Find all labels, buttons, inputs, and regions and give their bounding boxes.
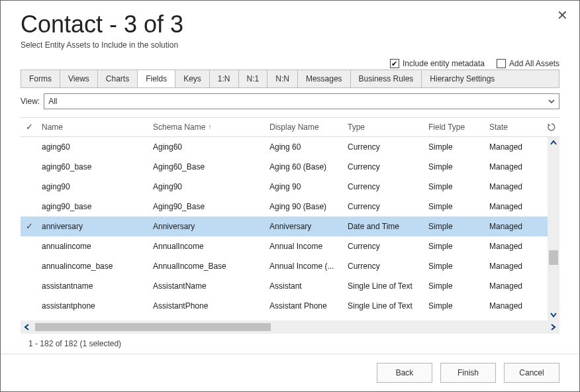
table-row[interactable]: ✓anniversaryAnniversaryAnniversaryDate a… [21,217,559,236]
column-header-type[interactable]: Type [344,122,424,132]
table-row[interactable]: annualincome_baseAnnualIncome_BaseAnnual… [21,256,559,276]
dialog-footer: Back Finish Cancel [1,354,579,391]
tab-charts[interactable]: Charts [98,70,138,87]
cell-display-name: Assistant [266,281,344,291]
cell-field-type: Simple [424,262,485,271]
chevron-down-icon[interactable] [548,309,559,320]
column-header-name[interactable]: Name [38,122,149,132]
dialog-content: Contact - 3 of 3 Select Entity Assets to… [1,1,579,354]
table-row[interactable]: aging60Aging60Aging 60CurrencySimpleMana… [21,137,559,157]
select-all-checkbox[interactable]: ✓ [21,122,38,131]
tab-messages[interactable]: Messages [298,70,351,87]
cell-schema-name: Aging90_Base [149,202,266,211]
row-checkbox[interactable]: ✓ [21,222,38,230]
cell-display-name: Annual Income [266,242,344,251]
vertical-scrollbar[interactable] [548,137,559,320]
tab-business-rules[interactable]: Business Rules [351,70,422,87]
hscroll-track[interactable] [34,322,546,332]
hscroll-thumb[interactable] [35,323,271,331]
fields-grid: ✓ Name Schema Name ↑ Display Name Type F… [21,117,559,354]
cell-field-type: Simple [424,142,485,152]
grid-rows: aging60Aging60Aging 60CurrencySimpleMana… [21,137,559,316]
cell-type: Currency [344,262,424,271]
grid-status: 1 - 182 of 182 (1 selected) [21,334,559,354]
tab-1-n[interactable]: 1:N [210,70,239,87]
cell-schema-name: Anniversary [149,222,266,231]
chevron-left-icon[interactable] [21,320,34,334]
table-row[interactable]: assistantnameAssistantNameAssistantSingl… [21,276,559,296]
cell-schema-name: AnnualIncome [149,242,266,251]
cell-display-name: Aging 60 (Base) [266,162,344,172]
scrollbar-thumb[interactable] [549,250,558,265]
options-row: ✔ Include entity metadata Add All Assets [390,59,559,68]
chevron-down-icon [547,97,556,106]
table-row[interactable]: annualincomeAnnualIncomeAnnual IncomeCur… [21,236,559,256]
table-row[interactable]: aging90_baseAging90_BaseAging 90 (Base)C… [21,197,559,217]
refresh-icon[interactable] [544,122,559,132]
cell-type: Currency [344,142,424,152]
page-subtitle: Select Entity Assets to Include in the s… [21,40,559,50]
cell-name: annualincome [38,242,149,251]
view-select-value: All [48,97,57,106]
cell-type: Currency [344,202,424,211]
cell-schema-name: AssistantName [149,281,266,291]
cell-type: Single Line of Text [344,301,424,311]
tab-n-1[interactable]: N:1 [239,70,268,87]
column-header-display-name[interactable]: Display Name [266,122,344,132]
cell-display-name: Assistant Phone [266,301,344,311]
view-select[interactable]: All [44,93,559,109]
tab-strip: FormsViewsChartsFieldsKeys1:NN:1N:NMessa… [21,70,559,88]
view-label: View: [21,97,40,106]
tab-fields[interactable]: Fields [138,70,175,87]
finish-button[interactable]: Finish [440,363,496,383]
back-button[interactable]: Back [377,363,432,383]
cell-name: annualincome_base [38,262,149,271]
cell-name: assistantphone [38,301,149,311]
add-all-assets-checkbox[interactable]: Add All Assets [497,59,559,68]
horizontal-scrollbar[interactable] [21,320,559,334]
cell-display-name: Annual Income (... [266,262,344,271]
cell-schema-name: AssistantPhone [149,301,266,311]
cell-field-type: Simple [424,182,485,191]
checkbox-icon: ✔ [390,59,399,68]
dialog-contact-assets: ✕ Contact - 3 of 3 Select Entity Assets … [0,0,580,392]
cell-name: aging60_base [38,162,149,172]
column-header-field-type[interactable]: Field Type [424,122,485,132]
column-header-schema-name[interactable]: Schema Name ↑ [149,122,266,132]
cell-field-type: Simple [424,301,485,311]
checkbox-icon [497,59,506,68]
cell-schema-name: AnnualIncome_Base [149,262,266,271]
cell-field-type: Simple [424,281,485,291]
close-icon[interactable]: ✕ [554,7,570,23]
cell-name: anniversary [38,222,149,231]
cell-field-type: Simple [424,222,485,231]
page-title: Contact - 3 of 3 [21,11,559,38]
add-all-assets-label: Add All Assets [509,59,559,68]
tab-n-n[interactable]: N:N [267,70,298,87]
tab-hierarchy-settings[interactable]: Hierarchy Settings [422,70,503,87]
cell-name: aging90_base [38,202,149,211]
cell-display-name: Aging 90 (Base) [266,202,344,211]
cell-type: Date and Time [344,222,424,231]
cell-type: Currency [344,242,424,251]
chevron-right-icon[interactable] [546,320,559,334]
cell-schema-name: Aging90 [149,182,266,191]
cell-name: aging90 [38,182,149,191]
cancel-button[interactable]: Cancel [504,363,559,383]
cell-field-type: Simple [424,202,485,211]
table-row[interactable]: aging90Aging90Aging 90CurrencySimpleMana… [21,177,559,197]
cell-schema-name: Aging60 [149,142,266,152]
tab-forms[interactable]: Forms [21,70,60,87]
cell-field-type: Simple [424,242,485,251]
tab-views[interactable]: Views [60,70,98,87]
tab-keys[interactable]: Keys [175,70,210,87]
cell-type: Currency [344,162,424,172]
cell-field-type: Simple [424,162,485,172]
cell-schema-name: Aging60_Base [149,162,266,172]
cell-name: assistantname [38,281,149,291]
chevron-up-icon[interactable] [548,137,559,149]
include-metadata-checkbox[interactable]: ✔ Include entity metadata [390,59,485,68]
grid-header: ✓ Name Schema Name ↑ Display Name Type F… [21,118,559,137]
table-row[interactable]: aging60_baseAging60_BaseAging 60 (Base)C… [21,157,559,177]
table-row[interactable]: assistantphoneAssistantPhoneAssistant Ph… [21,296,559,316]
